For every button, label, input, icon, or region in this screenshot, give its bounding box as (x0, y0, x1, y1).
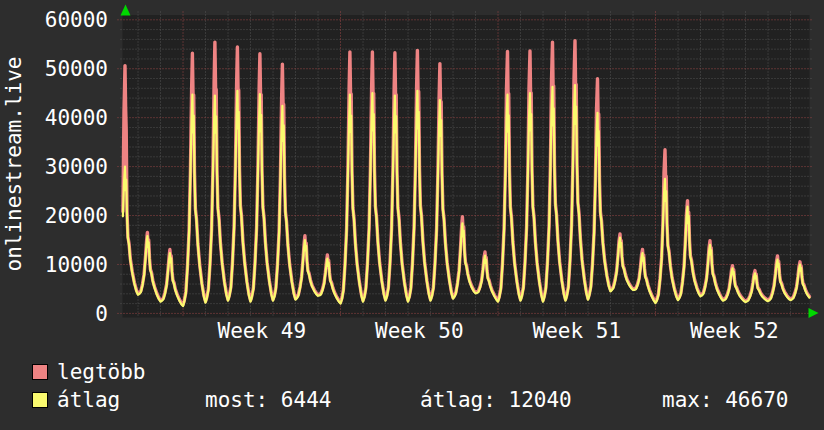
y-tick-label: 30000 (45, 155, 108, 179)
stat-most: most: 6444 (205, 389, 331, 411)
legend-swatch-legtobb (32, 364, 48, 380)
stat-atlag: átlag: 12040 (420, 389, 572, 411)
y-axis-title: onlinestream.live (2, 57, 26, 272)
x-axis-arrow-icon (809, 308, 819, 318)
legend-label-atlag: átlag (57, 389, 120, 411)
x-tick-label: Week 51 (533, 319, 622, 343)
y-tick-label: 10000 (45, 253, 108, 277)
legend-swatch-atlag (32, 392, 48, 408)
rrd-graph-page: 0100002000030000400005000060000Week 49We… (0, 0, 824, 430)
y-axis-arrow-icon (121, 5, 131, 16)
y-tick-label: 0 (95, 302, 108, 326)
y-tick-label: 20000 (45, 204, 108, 228)
x-tick-label: Week 50 (375, 319, 464, 343)
x-tick-label: Week 49 (218, 319, 307, 343)
x-tick-label: Week 52 (690, 319, 779, 343)
y-tick-label: 60000 (45, 8, 108, 32)
legend-label-legtobb: legtöbb (57, 361, 146, 383)
y-tick-label: 40000 (45, 106, 108, 130)
stat-max: max: 46670 (662, 389, 788, 411)
viewer-count-chart: 0100002000030000400005000060000Week 49We… (0, 0, 824, 352)
y-tick-label: 50000 (45, 57, 108, 81)
